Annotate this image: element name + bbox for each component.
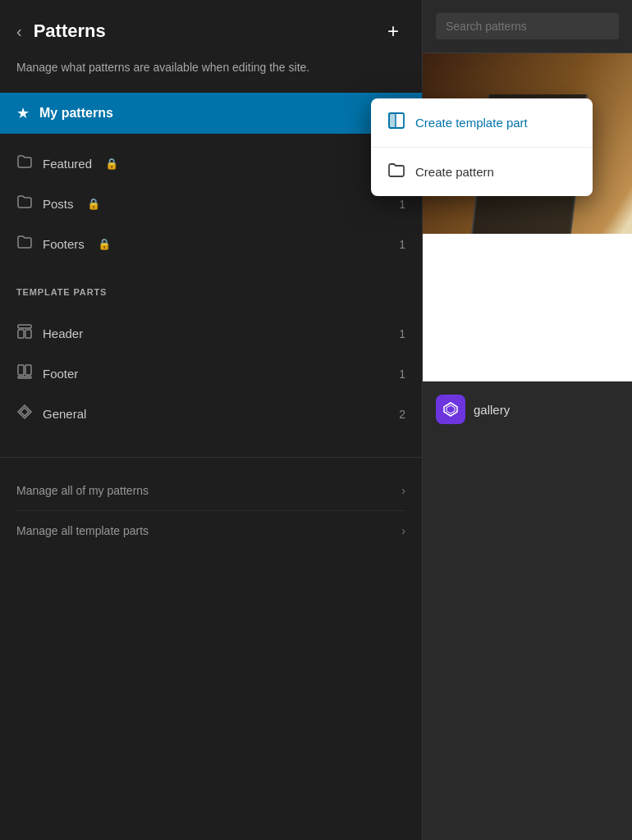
- my-patterns-row[interactable]: ★ My patterns 2: [0, 93, 422, 134]
- page-title: Patterns: [34, 21, 106, 42]
- manage-template-parts-link[interactable]: Manage all template parts ›: [16, 511, 405, 550]
- search-input[interactable]: [436, 13, 619, 39]
- svg-marker-13: [444, 403, 457, 416]
- svg-rect-4: [25, 365, 31, 375]
- svg-rect-5: [18, 377, 31, 378]
- panel-header: ‹ Patterns +: [0, 0, 422, 59]
- category-label: Featured: [43, 157, 92, 171]
- category-label: Footers: [43, 237, 85, 251]
- manage-patterns-link[interactable]: Manage all of my patterns ›: [16, 471, 405, 511]
- folder-icon: [16, 234, 33, 254]
- lock-icon: 🔒: [105, 158, 118, 170]
- template-part-icon: [16, 323, 33, 344]
- my-patterns-label: My patterns: [39, 106, 113, 121]
- left-panel: ‹ Patterns + Manage what patterns are av…: [0, 0, 423, 840]
- template-part-icon: [16, 363, 33, 384]
- create-pattern-label: Create pattern: [415, 165, 494, 179]
- manage-patterns-label: Manage all of my patterns: [16, 484, 149, 497]
- list-item[interactable]: Header 1: [0, 313, 422, 354]
- list-item[interactable]: General 2: [0, 394, 422, 434]
- category-count: 1: [399, 198, 405, 211]
- pattern-categories: Featured 🔒 1 Posts 🔒 1: [0, 134, 422, 274]
- lock-icon: 🔒: [87, 198, 100, 210]
- svg-rect-1: [18, 330, 24, 338]
- svg-rect-16: [389, 113, 396, 128]
- list-item[interactable]: Featured 🔒 1: [0, 144, 422, 184]
- gallery-footer: gallery: [423, 381, 632, 437]
- category-count: 1: [399, 238, 405, 251]
- gallery-icon: [436, 395, 465, 424]
- list-item[interactable]: Posts 🔒 1: [0, 184, 422, 224]
- create-template-part-item[interactable]: Create template part: [371, 98, 593, 148]
- search-bar: [423, 0, 632, 53]
- svg-rect-3: [18, 365, 24, 375]
- footer-links: Manage all of my patterns › Manage all t…: [0, 471, 422, 550]
- template-parts-heading: TEMPLATE PARTS: [0, 274, 422, 304]
- svg-rect-0: [18, 325, 31, 328]
- manage-template-parts-label: Manage all template parts: [16, 524, 149, 537]
- add-button[interactable]: +: [381, 16, 405, 46]
- category-label: Posts: [43, 197, 74, 211]
- svg-rect-2: [25, 330, 31, 338]
- folder-icon: [387, 161, 405, 183]
- list-item[interactable]: Footer 1: [0, 354, 422, 394]
- template-part-icon: [387, 112, 405, 134]
- divider: [0, 457, 422, 458]
- template-part-label: General: [43, 407, 86, 421]
- folder-icon: [16, 194, 33, 214]
- diamond-icon: [16, 404, 33, 424]
- create-template-part-label: Create template part: [415, 116, 528, 130]
- template-part-label: Footer: [43, 367, 78, 381]
- template-part-label: Header: [43, 326, 83, 340]
- template-part-count: 2: [399, 408, 405, 421]
- create-pattern-item[interactable]: Create pattern: [371, 148, 593, 196]
- svg-rect-9: [423, 234, 632, 381]
- chevron-right-icon: ›: [401, 484, 405, 497]
- back-button[interactable]: ‹: [16, 22, 22, 41]
- lock-icon: 🔒: [98, 238, 111, 250]
- panel-description: Manage what patterns are available when …: [0, 59, 422, 93]
- template-part-count: 1: [399, 327, 405, 340]
- folder-icon: [16, 153, 33, 174]
- svg-marker-14: [447, 405, 455, 413]
- dropdown-popup: Create template part Create pattern: [371, 98, 593, 196]
- gallery-label: gallery: [474, 403, 510, 417]
- list-item[interactable]: Footers 🔒 1: [0, 224, 422, 264]
- star-icon: ★: [16, 104, 30, 122]
- template-parts-list: Header 1 Footer 1: [0, 304, 422, 444]
- template-part-count: 1: [399, 368, 405, 381]
- chevron-right-icon: ›: [401, 524, 405, 537]
